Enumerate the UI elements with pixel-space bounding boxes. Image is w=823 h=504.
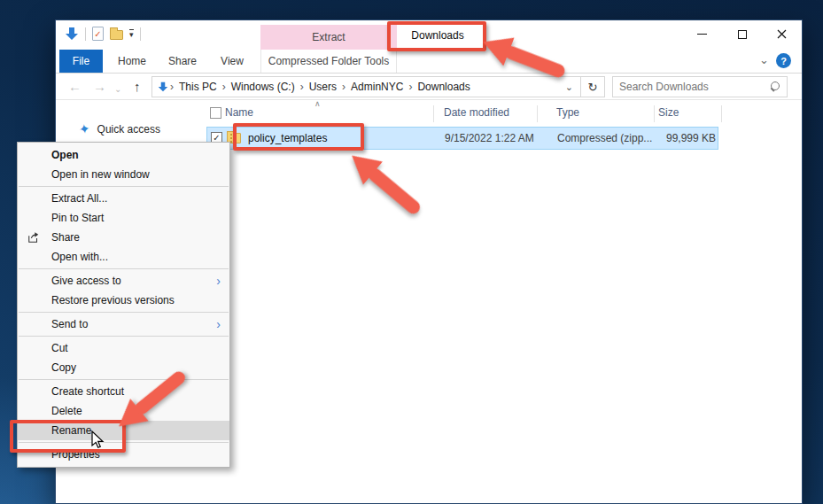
menu-item-label: Open (51, 149, 79, 161)
address-bar[interactable]: › This PC › Windows (C:) › Users › Admin… (151, 76, 605, 97)
downloads-folder-icon (158, 81, 168, 92)
menu-item-label: Send to (51, 318, 88, 330)
annotation-box-rename (10, 420, 126, 453)
menu-item-label: Copy (51, 361, 76, 374)
menu-item-label: Delete (51, 405, 82, 417)
sidebar-item-label: Quick access (97, 123, 160, 136)
column-divider[interactable] (654, 105, 655, 122)
close-icon (777, 29, 787, 39)
toolbar-separator (140, 27, 141, 41)
maximize-button[interactable] (722, 20, 762, 48)
breadcrumb-windows-c[interactable]: Windows (C:) (228, 81, 299, 93)
menu-item-label: Create shortcut (51, 385, 124, 398)
menu-item-label: Open in new window (51, 168, 150, 181)
menu-item-label: Open with... (51, 251, 108, 263)
mouse-cursor (91, 430, 105, 449)
file-list: Name ∧ Date modified Type Size ✓ policy_… (206, 100, 802, 503)
menu-separator (19, 379, 229, 380)
menu-item-open-in-new-window[interactable]: Open in new window (18, 165, 229, 184)
search-box[interactable] (612, 76, 788, 97)
tab-share[interactable]: Share (161, 50, 204, 73)
contextual-tab-group-label: Compressed Folder Tools (260, 50, 397, 73)
share-icon (27, 231, 40, 244)
search-icon[interactable] (770, 81, 780, 92)
breadcrumb-separator-icon: › (340, 81, 347, 93)
breadcrumb-separator-icon: › (221, 81, 228, 93)
column-header-name[interactable]: Name (225, 106, 253, 119)
breadcrumb-separator-icon: › (299, 81, 306, 93)
column-header-date-modified[interactable]: Date modified (444, 106, 509, 119)
menu-separator (19, 336, 229, 337)
annotation-box-downloads (387, 21, 486, 51)
menu-item-create-shortcut[interactable]: Create shortcut (18, 382, 229, 401)
tab-extract[interactable]: Extract (260, 25, 397, 50)
desktop-background: { "colors": { "annotation_box": "#e84a38… (0, 0, 823, 504)
menu-item-give-access-to[interactable]: Give access to› (18, 271, 229, 291)
menu-item-label: Restore previous versions (51, 294, 175, 306)
menu-item-cut[interactable]: Cut (18, 338, 229, 358)
back-icon[interactable]: ← (68, 78, 82, 96)
minimize-button[interactable] (682, 20, 722, 48)
help-button[interactable]: ? (776, 53, 791, 68)
sidebar-item-quick-access[interactable]: ✦ Quick access (56, 121, 206, 137)
file-date-modified: 9/15/2022 1:22 AM (445, 132, 534, 144)
file-size: 99,999 KB (645, 132, 716, 144)
menu-item-label: Pin to Start (51, 212, 104, 224)
search-input[interactable] (619, 81, 770, 93)
expand-ribbon-icon[interactable]: ⌄ (759, 53, 769, 66)
menu-item-label: Give access to (51, 275, 121, 287)
toolbar-separator (85, 27, 86, 41)
menu-item-share[interactable]: Share (18, 228, 229, 247)
select-all-checkbox[interactable] (210, 107, 221, 119)
menu-item-extract-all[interactable]: Extract All... (18, 189, 229, 208)
column-divider[interactable] (721, 105, 722, 122)
forward-icon[interactable]: → (93, 78, 106, 96)
menu-separator (19, 186, 229, 187)
breadcrumb-separator-icon: › (407, 81, 414, 93)
up-icon[interactable]: ↑ (134, 78, 141, 96)
menu-item-label: Extract All... (51, 192, 107, 205)
menu-item-send-to[interactable]: Send to› (18, 314, 229, 334)
breadcrumb-separator-icon: › (168, 81, 175, 93)
column-header-size[interactable]: Size (658, 106, 679, 119)
annotation-box-policy-templates (233, 123, 364, 151)
column-divider[interactable] (537, 105, 538, 122)
menu-separator (19, 312, 229, 313)
refresh-icon[interactable]: ↻ (580, 77, 604, 97)
menu-item-open-with[interactable]: Open with... (18, 247, 229, 267)
ribbon-tab-row: File Home Share View Compressed Folder T… (56, 50, 802, 74)
menu-item-restore-previous-versions[interactable]: Restore previous versions (18, 291, 229, 310)
menu-item-copy[interactable]: Copy (18, 358, 229, 377)
minimize-icon (697, 34, 707, 35)
column-header-type[interactable]: Type (556, 106, 579, 119)
download-icon[interactable] (65, 27, 79, 41)
breadcrumb-downloads[interactable]: Downloads (414, 81, 473, 93)
address-row: ← → ⌄ ↑ › This PC › Windows (C:) › Users… (56, 74, 802, 100)
close-button[interactable] (762, 20, 802, 48)
window-controls (682, 20, 802, 48)
tab-file[interactable]: File (59, 50, 103, 73)
checkmark-icon: ✓ (94, 29, 101, 39)
new-folder-icon[interactable] (110, 30, 123, 40)
customize-toolbar-icon[interactable]: ▾ (129, 29, 134, 39)
breadcrumb-adminnyc[interactable]: AdminNYC (347, 81, 407, 93)
menu-item-pin-to-start[interactable]: Pin to Start (18, 208, 229, 228)
menu-item-label: Share (51, 231, 80, 244)
column-divider[interactable] (433, 105, 434, 122)
quick-access-toolbar: ✓ ▾ (65, 27, 141, 41)
file-type: Compressed (zipp... (557, 132, 652, 144)
menu-item-open[interactable]: Open (18, 145, 229, 165)
tab-view[interactable]: View (213, 50, 252, 73)
maximize-icon (738, 30, 747, 39)
breadcrumb-users[interactable]: Users (306, 81, 340, 93)
breadcrumb-this-pc[interactable]: This PC (175, 81, 221, 93)
quick-access-star-icon: ✦ (78, 120, 91, 138)
menu-item-label: Cut (51, 342, 68, 354)
recent-locations-icon[interactable]: ⌄ (114, 81, 121, 98)
submenu-arrow-icon: › (216, 314, 221, 334)
menu-separator (19, 268, 229, 269)
sort-ascending-icon: ∧ (314, 99, 321, 108)
column-header-row: Name ∧ Date modified Type Size (206, 102, 802, 125)
tab-home[interactable]: Home (110, 50, 154, 73)
properties-icon[interactable]: ✓ (92, 27, 104, 41)
